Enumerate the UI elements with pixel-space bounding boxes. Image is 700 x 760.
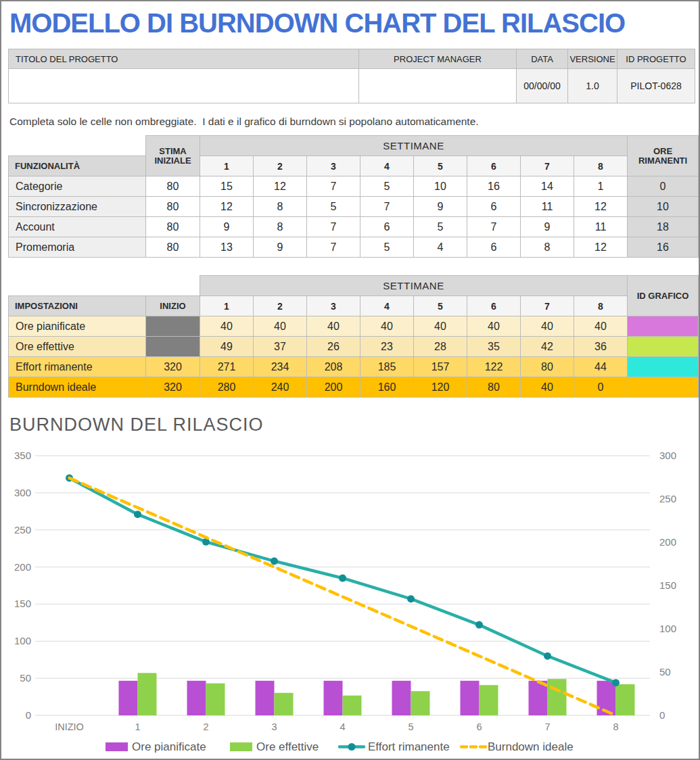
week-2-value-cell[interactable]: 9 — [254, 237, 307, 258]
week-2-value-cell[interactable]: 12 — [254, 176, 307, 197]
version-cell[interactable]: 1.0 — [568, 69, 617, 103]
project-manager-header: PROJECT MANAGER — [359, 49, 517, 69]
feature-name-cell[interactable]: Account — [9, 217, 146, 237]
week-5-header: 5 — [414, 296, 467, 316]
weeks-banner: SETTIMANE — [200, 136, 628, 156]
week-8-header: 8 — [574, 296, 628, 316]
remaining-hours-cell: 16 — [628, 237, 699, 258]
week-1-value-cell[interactable]: 15 — [200, 176, 254, 197]
project-title-header: TITOLO DEL PROGETTO — [9, 49, 359, 69]
feature-name-cell[interactable]: Sincronizzazione — [9, 197, 146, 217]
initial-estimate-cell[interactable]: 80 — [146, 197, 200, 217]
week-7-value-cell[interactable]: 11 — [521, 197, 574, 217]
week-6-header: 6 — [467, 156, 521, 176]
settings-row: Ore effettive4937262328354236 — [9, 337, 699, 357]
svg-text:5: 5 — [408, 721, 413, 732]
settings-name-cell: Ore pianificate — [9, 316, 146, 337]
week-5-value-cell: 40 — [414, 316, 467, 337]
week-6-value-cell[interactable]: 6 — [467, 197, 521, 217]
week-3-value-cell[interactable]: 5 — [307, 197, 360, 217]
spacer-cell — [146, 276, 200, 296]
feature-name-cell[interactable]: Categorie — [9, 176, 146, 197]
settings-name-cell: Burndown ideale — [9, 377, 146, 398]
week-5-value-cell: 120 — [414, 377, 467, 398]
week-7-value-cell: 40 — [521, 377, 574, 398]
functionality-header: FUNZIONALITÀ — [9, 156, 146, 176]
svg-text:3: 3 — [271, 721, 277, 732]
feature-name-cell[interactable]: Promemoria — [9, 237, 146, 258]
x-axis-labels: INIZIO12345678 — [55, 721, 618, 732]
svg-text:6: 6 — [476, 721, 482, 732]
svg-text:350: 350 — [14, 450, 31, 461]
week-3-header: 3 — [307, 156, 360, 176]
settings-row: Effort rimanente320271234208185157122804… — [9, 357, 699, 377]
features-table: STIMA INIZIALE SETTIMANE ORE RIMANENTI F… — [8, 135, 699, 258]
spacer-cell — [9, 276, 146, 296]
week-6-value-cell[interactable]: 6 — [467, 237, 521, 258]
week-1-value-cell[interactable]: 12 — [200, 197, 254, 217]
legend-label-effort-rimanente: Effort rimanente — [368, 740, 450, 753]
legend-swatch-ore-pianificate — [106, 742, 128, 751]
initial-estimate-cell[interactable]: 80 — [146, 176, 200, 197]
week-8-value-cell[interactable]: 12 — [574, 237, 628, 258]
week-5-value-cell[interactable]: 4 — [414, 237, 467, 258]
remaining-hours-header: ORE RIMANENTI — [628, 136, 699, 176]
week-3-header: 3 — [307, 296, 360, 316]
initial-estimate-cell[interactable]: 80 — [146, 217, 200, 237]
week-4-value-cell[interactable]: 7 — [360, 197, 414, 217]
week-6-value-cell[interactable]: 16 — [467, 176, 521, 197]
legend-label-burndown-ideale: Burndown ideale — [488, 740, 574, 753]
week-5-value-cell[interactable]: 5 — [414, 217, 467, 237]
svg-text:200: 200 — [14, 561, 31, 573]
week-3-value-cell[interactable]: 7 — [307, 237, 360, 258]
week-4-value-cell: 40 — [360, 316, 414, 337]
project-id-cell[interactable]: PILOT-0628 — [617, 69, 695, 103]
svg-text:100: 100 — [14, 635, 31, 646]
locked-start-cell — [146, 316, 200, 337]
week-3-value-cell: 26 — [307, 337, 360, 357]
chart-id-header: ID GRAFICO — [628, 276, 699, 316]
instruction-text: Completa solo le celle non ombreggiate. … — [9, 116, 479, 128]
week-5-value-cell[interactable]: 9 — [414, 197, 467, 217]
week-3-value-cell[interactable]: 7 — [307, 176, 360, 197]
week-2-value-cell[interactable]: 8 — [254, 197, 307, 217]
week-7-value-cell[interactable]: 8 — [521, 237, 574, 258]
settings-name-cell: Effort rimanente — [9, 357, 146, 377]
week-7-value-cell[interactable]: 14 — [521, 176, 574, 197]
bars-ore-pianificate — [119, 681, 616, 715]
week-1-value-cell[interactable]: 9 — [200, 217, 254, 237]
project-title-cell[interactable] — [9, 69, 359, 103]
y-axis-left: 050100150200250300350 — [14, 450, 31, 721]
feature-row: Sincronizzazione801285796111210 — [9, 197, 699, 217]
features-banner-row: STIMA INIZIALE SETTIMANE ORE RIMANENTI — [9, 136, 699, 156]
initial-estimate-cell[interactable]: 80 — [146, 237, 200, 258]
week-8-value-cell[interactable]: 12 — [574, 197, 628, 217]
gridlines — [35, 456, 650, 715]
date-cell[interactable]: 00/00/00 — [517, 69, 568, 103]
week-8-value-cell: 0 — [574, 377, 628, 398]
week-1-value-cell: 40 — [200, 316, 254, 337]
initial-estimate-header: STIMA INIZIALE — [146, 136, 200, 176]
week-4-value-cell[interactable]: 5 — [360, 176, 414, 197]
svg-text:250: 250 — [14, 524, 31, 536]
week-7-value-cell: 42 — [521, 337, 574, 357]
week-8-value-cell[interactable]: 1 — [574, 176, 628, 197]
project-manager-cell[interactable] — [359, 69, 517, 103]
week-7-value-cell[interactable]: 9 — [521, 217, 574, 237]
week-8-value-cell[interactable]: 11 — [574, 217, 628, 237]
settings-table-body: Ore pianificate4040404040404040Ore effet… — [9, 316, 699, 398]
week-2-value-cell[interactable]: 8 — [254, 217, 307, 237]
week-8-header: 8 — [574, 156, 628, 176]
week-3-value-cell[interactable]: 7 — [307, 217, 360, 237]
week-4-value-cell: 160 — [360, 377, 414, 398]
project-info-table: TITOLO DEL PROGETTO PROJECT MANAGER DATA… — [8, 49, 695, 103]
week-4-value-cell[interactable]: 5 — [360, 237, 414, 258]
project-info-value-row: 00/00/00 1.0 PILOT-0628 — [9, 69, 695, 103]
week-5-header: 5 — [414, 156, 467, 176]
week-6-value-cell[interactable]: 7 — [467, 217, 521, 237]
week-6-value-cell: 122 — [467, 357, 521, 377]
week-4-value-cell[interactable]: 6 — [360, 217, 414, 237]
week-1-value-cell[interactable]: 13 — [200, 237, 254, 258]
week-5-value-cell[interactable]: 10 — [414, 176, 467, 197]
chart-legend: Ore pianificateOre effettiveEffort riman… — [106, 740, 574, 753]
